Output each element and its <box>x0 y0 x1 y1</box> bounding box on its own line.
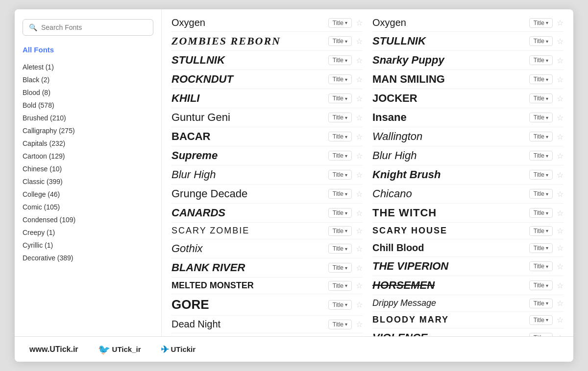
star-icon[interactable]: ☆ <box>557 299 564 308</box>
font-name: STULLNIK <box>372 35 529 47</box>
all-fonts-link[interactable]: All Fonts <box>23 46 153 54</box>
star-icon[interactable]: ☆ <box>356 300 363 309</box>
font-title-dropdown[interactable]: Title <box>328 244 352 254</box>
font-name: GORE <box>172 297 328 312</box>
twitter-handle: UTick_ir <box>112 345 141 353</box>
sidebar-item-10[interactable]: College (46) <box>23 188 153 201</box>
font-row: Dead NightTitle☆ <box>172 316 363 333</box>
font-title-dropdown[interactable]: Title <box>529 93 553 103</box>
sidebar-item-15[interactable]: Decorative (389) <box>23 252 153 264</box>
star-icon[interactable]: ☆ <box>557 132 564 141</box>
font-title-dropdown[interactable]: Title <box>328 170 352 180</box>
font-row: Drippy MessageTitle☆ <box>372 295 564 312</box>
font-title-dropdown[interactable]: Title <box>529 280 553 290</box>
star-icon[interactable]: ☆ <box>356 263 363 273</box>
font-title-dropdown[interactable]: Title <box>529 132 553 141</box>
font-title-dropdown[interactable]: Title <box>328 132 352 141</box>
star-icon[interactable]: ☆ <box>356 37 363 46</box>
font-title-dropdown[interactable]: Title <box>529 55 553 65</box>
star-icon[interactable]: ☆ <box>356 56 363 65</box>
font-title-dropdown[interactable]: Title <box>328 189 352 199</box>
font-title-dropdown[interactable]: Title <box>529 74 553 84</box>
star-icon[interactable]: ☆ <box>356 75 363 84</box>
star-icon[interactable]: ☆ <box>356 320 363 329</box>
star-icon[interactable]: ☆ <box>356 226 363 235</box>
font-title-dropdown[interactable]: Title <box>529 151 553 161</box>
star-icon[interactable]: ☆ <box>356 94 363 103</box>
star-icon[interactable]: ☆ <box>557 209 564 218</box>
star-icon[interactable]: ☆ <box>557 75 564 84</box>
font-title-dropdown[interactable]: Title <box>328 18 352 28</box>
star-icon[interactable]: ☆ <box>557 189 564 199</box>
font-title-dropdown[interactable]: Title <box>529 226 553 236</box>
font-title-dropdown[interactable]: Title <box>529 261 553 271</box>
font-row: STULLNIKTitle☆ <box>372 32 564 51</box>
star-icon[interactable]: ☆ <box>557 56 564 65</box>
sidebar-item-6[interactable]: Capitals (232) <box>23 137 153 150</box>
star-icon[interactable]: ☆ <box>557 315 564 325</box>
sidebar-item-8[interactable]: Chinese (10) <box>23 162 153 175</box>
star-icon[interactable]: ☆ <box>557 243 564 253</box>
font-title-dropdown[interactable]: Title <box>328 281 352 291</box>
star-icon[interactable]: ☆ <box>356 18 363 27</box>
font-title-dropdown[interactable]: Title <box>328 36 352 46</box>
footer: www.UTick.ir 🐦 UTick_ir ✈ UTickir <box>15 336 573 362</box>
star-icon[interactable]: ☆ <box>557 262 564 271</box>
star-icon[interactable]: ☆ <box>557 37 564 46</box>
star-icon[interactable]: ☆ <box>356 170 363 180</box>
star-icon[interactable]: ☆ <box>356 132 363 141</box>
star-icon[interactable]: ☆ <box>557 226 564 235</box>
font-title-dropdown[interactable]: Title <box>529 243 553 253</box>
font-title-dropdown[interactable]: Title <box>328 113 352 122</box>
font-title-dropdown[interactable]: Title <box>328 300 352 310</box>
sidebar-item-11[interactable]: Comic (105) <box>23 201 153 213</box>
search-input[interactable] <box>41 23 147 31</box>
font-title-dropdown[interactable]: Title <box>328 74 352 84</box>
sidebar-item-4[interactable]: Brushed (210) <box>23 112 153 124</box>
font-title-dropdown[interactable]: Title <box>529 315 553 325</box>
star-icon[interactable]: ☆ <box>557 170 564 180</box>
font-title-dropdown[interactable]: Title <box>529 333 553 336</box>
font-title-dropdown[interactable]: Title <box>328 151 352 161</box>
font-title-dropdown[interactable]: Title <box>529 36 553 46</box>
sidebar-item-7[interactable]: Cartoon (129) <box>23 150 153 162</box>
sidebar-item-3[interactable]: Bold (578) <box>23 99 153 112</box>
star-icon[interactable]: ☆ <box>557 113 564 122</box>
sidebar-item-9[interactable]: Classic (399) <box>23 175 153 188</box>
star-icon[interactable]: ☆ <box>557 281 564 290</box>
font-name: ZOMBIES REBORN <box>172 35 328 47</box>
star-icon[interactable]: ☆ <box>356 151 363 161</box>
font-title-dropdown[interactable]: Title <box>529 299 553 308</box>
sidebar-item-1[interactable]: Black (2) <box>23 73 153 86</box>
star-icon[interactable]: ☆ <box>356 281 363 290</box>
sidebar-item-12[interactable]: Condensed (109) <box>23 213 153 226</box>
font-title-dropdown[interactable]: Title <box>529 170 553 180</box>
star-icon[interactable]: ☆ <box>356 209 363 218</box>
font-title-dropdown[interactable]: Title <box>328 226 352 236</box>
star-icon[interactable]: ☆ <box>557 151 564 161</box>
font-title-dropdown[interactable]: Title <box>529 18 553 28</box>
font-title-dropdown[interactable]: Title <box>328 263 352 273</box>
sidebar-item-0[interactable]: Aletest (1) <box>23 61 153 73</box>
font-title-dropdown[interactable]: Title <box>328 320 352 329</box>
font-title-dropdown[interactable]: Title <box>529 189 553 199</box>
sidebar-item-5[interactable]: Calligraphy (275) <box>23 124 153 137</box>
font-title-dropdown[interactable]: Title <box>529 113 553 122</box>
star-icon[interactable]: ☆ <box>557 94 564 103</box>
star-icon[interactable]: ☆ <box>356 244 363 254</box>
sidebar-item-14[interactable]: Cyrillic (1) <box>23 239 153 252</box>
star-icon[interactable]: ☆ <box>356 189 363 199</box>
font-row: KHILITitle☆ <box>172 89 363 108</box>
star-icon[interactable]: ☆ <box>557 18 564 27</box>
font-title-dropdown[interactable]: Title <box>328 93 352 103</box>
font-row: Knight BrushTitle☆ <box>372 165 564 185</box>
font-name: Supreme <box>172 149 328 162</box>
search-box[interactable]: 🔍 <box>23 19 153 36</box>
font-name: BLOODY MARY <box>372 315 529 325</box>
font-title-dropdown[interactable]: Title <box>328 208 352 218</box>
sidebar-item-2[interactable]: Blood (8) <box>23 86 153 99</box>
sidebar-item-13[interactable]: Creepy (1) <box>23 226 153 239</box>
star-icon[interactable]: ☆ <box>356 113 363 122</box>
font-title-dropdown[interactable]: Title <box>328 55 352 65</box>
font-title-dropdown[interactable]: Title <box>529 208 553 218</box>
